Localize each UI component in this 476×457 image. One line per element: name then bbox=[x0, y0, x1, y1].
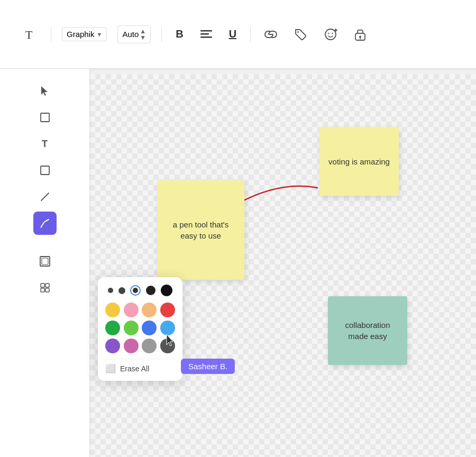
svg-rect-19 bbox=[41, 284, 44, 287]
align-button[interactable] bbox=[197, 26, 215, 42]
svg-rect-15 bbox=[41, 166, 49, 175]
svg-rect-3 bbox=[200, 36, 212, 38]
size-arrows: ▲▼ bbox=[140, 28, 146, 41]
toolbar-divider-1 bbox=[51, 26, 51, 42]
color-yellow[interactable] bbox=[105, 303, 120, 317]
color-blue[interactable] bbox=[142, 321, 157, 335]
toolbar-divider-3 bbox=[250, 26, 251, 42]
svg-rect-2 bbox=[200, 33, 209, 35]
sidebar-tool-pen[interactable] bbox=[33, 212, 57, 235]
dot-size-tiny[interactable] bbox=[108, 288, 113, 293]
color-dark-green[interactable] bbox=[105, 321, 120, 335]
sticky-note-text: voting is amazing bbox=[328, 156, 390, 167]
svg-rect-22 bbox=[45, 288, 49, 292]
left-sidebar: T bbox=[0, 69, 90, 457]
bold-button[interactable]: B bbox=[172, 25, 186, 43]
svg-rect-20 bbox=[45, 284, 49, 287]
dot-size-row bbox=[105, 285, 175, 296]
user-label-text: Sasheer B. bbox=[188, 362, 227, 371]
text-type-button[interactable]: T bbox=[21, 24, 40, 45]
lock-button[interactable] bbox=[351, 24, 369, 44]
font-selector[interactable]: Graphik ▼ bbox=[62, 27, 107, 41]
dot-size-medium[interactable] bbox=[130, 285, 141, 296]
dot-size-xlarge[interactable] bbox=[161, 285, 172, 296]
svg-rect-14 bbox=[41, 113, 49, 122]
canvas-background bbox=[90, 74, 476, 457]
cursor-arrow bbox=[165, 333, 177, 350]
color-purple[interactable] bbox=[105, 339, 120, 353]
svg-point-5 bbox=[297, 31, 299, 33]
sidebar-tool-rectangle[interactable] bbox=[33, 106, 57, 129]
emoji-button[interactable] bbox=[321, 24, 341, 44]
erase-icon: ⬜ bbox=[105, 363, 116, 373]
svg-rect-21 bbox=[41, 288, 44, 292]
tag-button[interactable] bbox=[291, 25, 310, 44]
color-mauve[interactable] bbox=[124, 339, 139, 353]
sidebar-tool-sticky[interactable] bbox=[33, 159, 57, 182]
sidebar-tool-line[interactable] bbox=[33, 185, 57, 208]
svg-point-8 bbox=[332, 32, 333, 33]
svg-point-6 bbox=[325, 29, 336, 40]
color-red[interactable] bbox=[160, 303, 175, 317]
svg-rect-18 bbox=[42, 258, 48, 264]
dot-size-small[interactable] bbox=[118, 287, 125, 294]
color-picker-popup: ⬜ Erase All bbox=[98, 277, 182, 381]
svg-point-7 bbox=[328, 32, 329, 33]
sticky-note-pen-tool[interactable]: a pen tool that's easy to use bbox=[157, 180, 244, 280]
svg-line-16 bbox=[41, 193, 49, 200]
size-value: Auto bbox=[122, 30, 139, 39]
color-gray[interactable] bbox=[142, 339, 157, 353]
sidebar-tool-frame[interactable] bbox=[33, 250, 57, 273]
color-pink[interactable] bbox=[124, 303, 139, 317]
sticky-note-text: collaboration made easy bbox=[336, 319, 399, 342]
color-light-green[interactable] bbox=[124, 321, 139, 335]
font-name: Graphik bbox=[67, 30, 95, 39]
svg-rect-1 bbox=[200, 30, 212, 32]
sticky-note-voting[interactable]: voting is amazing bbox=[319, 127, 399, 196]
toolbar-divider-2 bbox=[161, 26, 162, 42]
sticky-note-collab[interactable]: collaboration made easy bbox=[328, 296, 407, 365]
sticky-note-text: a pen tool that's easy to use bbox=[166, 219, 236, 241]
font-dropdown-icon: ▼ bbox=[97, 31, 103, 38]
erase-row[interactable]: ⬜ Erase All bbox=[105, 359, 175, 373]
link-button[interactable] bbox=[261, 28, 280, 41]
top-toolbar: T Graphik ▼ Auto ▲▼ B U bbox=[0, 0, 476, 69]
color-orange[interactable] bbox=[142, 303, 157, 317]
size-selector[interactable]: Auto ▲▼ bbox=[117, 25, 151, 43]
sidebar-tool-grid[interactable] bbox=[33, 276, 57, 299]
svg-text:T: T bbox=[25, 28, 33, 41]
erase-all-button[interactable]: Erase All bbox=[120, 364, 149, 373]
underline-button[interactable]: U bbox=[226, 25, 240, 43]
sidebar-tool-select[interactable] bbox=[33, 79, 57, 103]
dot-size-large[interactable] bbox=[146, 286, 155, 295]
sidebar-tool-text[interactable]: T bbox=[33, 132, 57, 156]
user-label: Sasheer B. bbox=[181, 359, 235, 374]
